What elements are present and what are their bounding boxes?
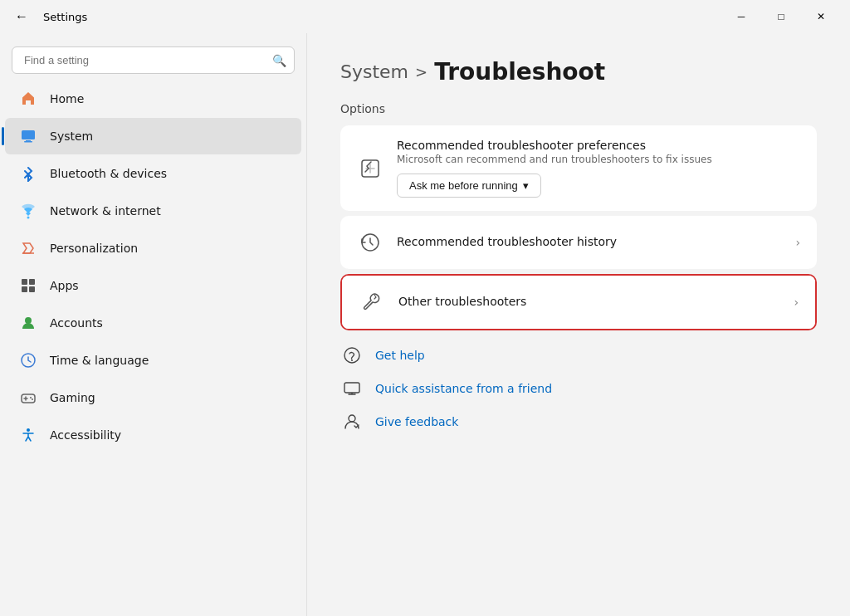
system-icon bbox=[18, 126, 38, 146]
quick-assistance-label[interactable]: Quick assistance from a friend bbox=[375, 382, 552, 395]
sidebar-item-time[interactable]: Time & language bbox=[5, 342, 301, 379]
svg-point-16 bbox=[27, 428, 30, 432]
card-text-history: Recommended troubleshooter history bbox=[397, 235, 782, 250]
network-icon bbox=[18, 201, 38, 221]
sidebar-item-apps-label: Apps bbox=[50, 279, 79, 292]
card-recommended-history: Recommended troubleshooter history › bbox=[340, 216, 817, 269]
svg-point-3 bbox=[27, 217, 30, 219]
sidebar-item-system-label: System bbox=[50, 130, 93, 143]
wrench-icon bbox=[359, 289, 385, 315]
card-recommended-preferences: Recommended troubleshooter preferences M… bbox=[340, 125, 817, 211]
sidebar-item-personalization[interactable]: Personalization bbox=[5, 230, 301, 266]
sidebar-item-bluetooth-label: Bluetooth & devices bbox=[50, 167, 167, 180]
svg-point-14 bbox=[30, 397, 32, 398]
give-feedback-label[interactable]: Give feedback bbox=[375, 415, 458, 428]
sidebar-item-accessibility[interactable]: Accessibility bbox=[5, 417, 301, 453]
search-container: 🔍 bbox=[12, 46, 295, 74]
card-text-preferences: Recommended troubleshooter preferences M… bbox=[397, 139, 800, 198]
window-controls: ─ □ ✕ bbox=[722, 3, 840, 30]
gaming-icon bbox=[18, 388, 38, 408]
accessibility-icon bbox=[18, 425, 38, 445]
history-icon bbox=[357, 229, 383, 256]
sidebar-item-home-label: Home bbox=[50, 92, 84, 105]
help-link-get-help[interactable]: Get help bbox=[340, 344, 817, 367]
app-title: Settings bbox=[43, 11, 712, 23]
maximize-button[interactable]: □ bbox=[762, 3, 800, 30]
card-other-troubleshooters: Other troubleshooters › bbox=[340, 274, 817, 330]
sidebar-item-personalization-label: Personalization bbox=[50, 242, 138, 255]
title-bar: ← Settings ─ □ ✕ bbox=[0, 0, 850, 33]
breadcrumb-separator: > bbox=[415, 63, 427, 81]
help-link-give-feedback[interactable]: Give feedback bbox=[340, 410, 817, 433]
app-body: 🔍 Home bbox=[0, 33, 850, 616]
svg-rect-22 bbox=[344, 383, 359, 393]
bluetooth-icon bbox=[18, 164, 38, 183]
time-icon bbox=[18, 350, 38, 370]
sidebar-item-apps[interactable]: Apps bbox=[5, 267, 301, 304]
sidebar-item-bluetooth[interactable]: Bluetooth & devices bbox=[5, 155, 301, 192]
get-help-label[interactable]: Get help bbox=[375, 349, 425, 362]
main-content: System > Troubleshoot Options Recommende… bbox=[307, 33, 850, 616]
personalization-icon bbox=[18, 238, 38, 258]
sidebar-item-accounts[interactable]: Accounts bbox=[5, 305, 301, 341]
sidebar-item-gaming-label: Gaming bbox=[50, 391, 95, 404]
give-feedback-icon bbox=[340, 410, 364, 433]
back-button[interactable]: ← bbox=[10, 5, 33, 28]
breadcrumb: System > Troubleshoot bbox=[340, 58, 817, 86]
other-chevron-icon: › bbox=[794, 296, 799, 309]
svg-rect-0 bbox=[22, 130, 35, 139]
svg-point-25 bbox=[349, 415, 355, 422]
help-links: Get help Quick assistance from a friend bbox=[340, 344, 817, 433]
card-sub-preferences: Microsoft can recommend and run troubles… bbox=[397, 154, 800, 165]
card-item-other-troubleshooters[interactable]: Other troubleshooters › bbox=[342, 276, 815, 329]
card-title-preferences: Recommended troubleshooter preferences bbox=[397, 139, 800, 152]
minimize-button[interactable]: ─ bbox=[722, 3, 760, 30]
svg-rect-8 bbox=[29, 286, 35, 292]
section-label: Options bbox=[340, 102, 817, 115]
apps-icon bbox=[18, 276, 38, 296]
sidebar-item-home[interactable]: Home bbox=[5, 81, 301, 117]
preferences-dropdown[interactable]: Ask me before running ▾ bbox=[397, 174, 541, 198]
close-button[interactable]: ✕ bbox=[802, 3, 840, 30]
card-item-history[interactable]: Recommended troubleshooter history › bbox=[340, 216, 817, 269]
sidebar-item-accessibility-label: Accessibility bbox=[50, 428, 121, 442]
history-chevron-icon: › bbox=[795, 236, 800, 249]
sidebar-nav: Home System bbox=[0, 81, 306, 453]
sidebar-item-network[interactable]: Network & internet bbox=[5, 193, 301, 229]
sidebar-item-accounts-label: Accounts bbox=[50, 316, 103, 330]
svg-point-15 bbox=[32, 398, 33, 400]
svg-point-21 bbox=[351, 359, 353, 361]
quick-assistance-icon bbox=[340, 377, 364, 400]
sidebar: 🔍 Home bbox=[0, 33, 307, 616]
svg-point-9 bbox=[25, 317, 32, 324]
home-icon bbox=[18, 89, 38, 109]
dropdown-label: Ask me before running bbox=[409, 179, 518, 192]
svg-rect-6 bbox=[29, 279, 35, 285]
get-help-icon bbox=[340, 344, 364, 367]
breadcrumb-current: Troubleshoot bbox=[434, 58, 605, 86]
sidebar-item-time-label: Time & language bbox=[50, 354, 149, 367]
breadcrumb-parent[interactable]: System bbox=[340, 61, 408, 82]
svg-rect-7 bbox=[22, 286, 27, 292]
svg-rect-5 bbox=[22, 279, 27, 285]
sidebar-item-gaming[interactable]: Gaming bbox=[5, 379, 301, 416]
svg-rect-2 bbox=[24, 141, 32, 143]
help-link-quick-assistance[interactable]: Quick assistance from a friend bbox=[340, 377, 817, 400]
card-text-other: Other troubleshooters bbox=[398, 295, 780, 310]
preferences-icon bbox=[357, 155, 383, 182]
sidebar-item-system[interactable]: System bbox=[5, 118, 301, 154]
card-item-recommended-preferences[interactable]: Recommended troubleshooter preferences M… bbox=[340, 125, 817, 211]
dropdown-chevron-icon: ▾ bbox=[523, 179, 529, 192]
accounts-icon bbox=[18, 313, 38, 333]
search-input[interactable] bbox=[12, 46, 295, 74]
card-title-history: Recommended troubleshooter history bbox=[397, 235, 782, 248]
sidebar-item-network-label: Network & internet bbox=[50, 204, 161, 218]
card-title-other: Other troubleshooters bbox=[398, 295, 780, 308]
